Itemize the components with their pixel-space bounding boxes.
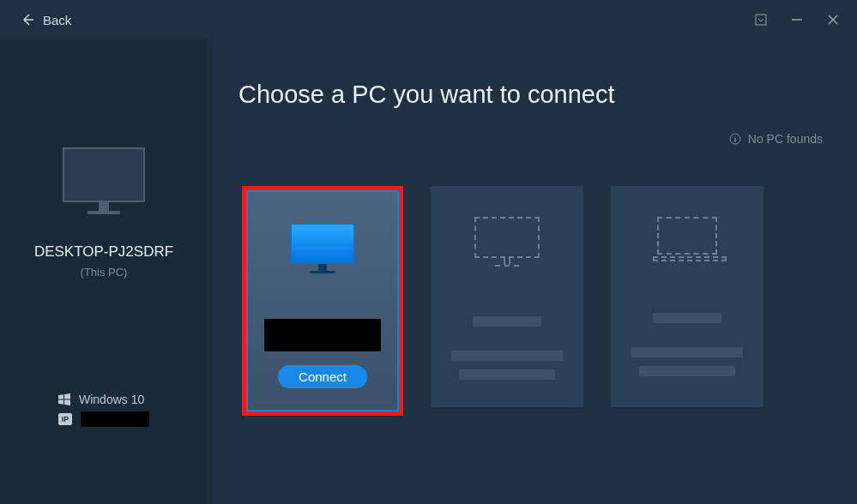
close-icon [827,14,839,26]
back-label: Back [43,13,71,27]
pc-card-active[interactable]: Connect [246,190,399,411]
pc-card-placeholder [611,186,763,407]
dropdown-icon [755,14,767,26]
pc-card-placeholder [431,186,583,407]
main-area: DESKTOP-PJ2SDRF (This PC) Windows 10 IP … [0,39,857,504]
os-label: Windows 10 [79,393,144,406]
placeholder-line [639,366,735,376]
close-button[interactable] [826,13,840,27]
pc-name-redacted [264,319,381,351]
ip-badge-icon: IP [58,413,72,425]
placeholder-laptop-icon [653,217,721,265]
content-panel: Choose a PC you want to connect No PC fo… [208,39,857,504]
sidebar-info: Windows 10 IP [0,393,208,427]
svg-rect-0 [756,15,766,25]
this-pc-name: DESKTOP-PJ2SDRF [34,243,173,261]
placeholder-line [459,369,555,380]
highlighted-card-frame: Connect [242,186,403,416]
status-text: No PC founds [748,132,823,146]
placeholder-line [473,316,541,327]
status-row: No PC founds [729,132,823,146]
placeholder-line [451,351,563,361]
info-icon [729,133,741,145]
placeholder-monitor-icon [474,217,540,268]
window-controls [754,13,840,27]
minimize-icon [791,14,803,26]
page-title: Choose a PC you want to connect [238,81,857,109]
titlebar: Back [0,0,857,39]
back-button[interactable]: Back [21,13,71,27]
dropdown-button[interactable] [754,13,768,27]
os-row: Windows 10 [58,393,208,406]
pc-card-row: Connect [242,186,857,416]
placeholder-line [653,313,721,323]
sidebar: DESKTOP-PJ2SDRF (This PC) Windows 10 IP [0,39,208,504]
placeholder-line [631,347,743,357]
pc-monitor-icon [290,223,355,278]
this-pc-icon [63,147,145,216]
windows-logo-icon [58,393,70,405]
this-pc-sublabel: (This PC) [81,266,128,279]
ip-value-redacted [81,411,149,427]
connect-button[interactable]: Connect [278,365,367,388]
minimize-button[interactable] [790,13,804,27]
ip-row: IP [58,411,208,427]
arrow-left-icon [21,13,34,27]
